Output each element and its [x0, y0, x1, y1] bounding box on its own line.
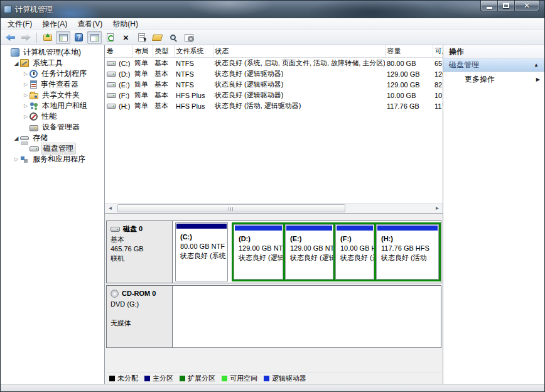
local-users-icon [30, 102, 38, 110]
maximize-button[interactable] [497, 1, 515, 11]
help-button[interactable]: ? [72, 31, 86, 44]
status-cell: 状态良好 (逻辑驱动器) [213, 90, 385, 101]
column-header-4[interactable]: 状态 [213, 45, 385, 58]
find-button[interactable] [166, 31, 180, 44]
minimize-button[interactable] [480, 1, 498, 11]
open-folder-button[interactable] [150, 31, 165, 44]
tree-item-disk-management[interactable]: 磁盘管理 [2, 143, 104, 154]
menu-item-2[interactable]: 查看(V) [72, 18, 107, 31]
partition-legend: 未分配主分区扩展分区可用空间逻辑驱动器 [106, 373, 441, 384]
scrollbar-track[interactable] [116, 204, 432, 213]
scroll-left-button[interactable]: ◄ [105, 204, 116, 213]
status-cell: 状态良好 (系统, 启动, 页面文件, 活动, 故障转储, 主分区) [213, 58, 385, 69]
volume-row-F[interactable]: (F:)简单基本HFS Plus状态良好 (逻辑驱动器)10.00 GB10.0 [105, 90, 443, 101]
partition-block-C[interactable]: (C:)80.00 GB NTF状态良好 (系统 [175, 222, 228, 281]
menu-item-1[interactable]: 操作(A) [37, 18, 72, 31]
capacity-cell: 129.00 GB [385, 79, 433, 90]
primary-partition-stripe [176, 224, 227, 229]
expander-collapsed-icon[interactable]: ▷ [22, 103, 30, 109]
system-tools-icon [20, 59, 29, 67]
expander-collapsed-icon[interactable]: ▷ [22, 71, 30, 77]
actions-section-disk-management[interactable]: 磁盘管理 ▲ [443, 58, 544, 72]
expander-collapsed-icon[interactable]: ▷ [22, 92, 30, 98]
partition-status: 状态良好 (逻辑 [290, 253, 331, 263]
column-header-3[interactable]: 文件系统 [174, 45, 213, 58]
tree-item-event-viewer[interactable]: ▷事件查看器 [2, 79, 104, 90]
partition-block-E[interactable]: (E:)129.00 GB NTF状态良好 (逻辑 [285, 224, 333, 280]
tree-item-task-scheduler[interactable]: ▷任务计划程序 [2, 68, 104, 79]
disk0-info[interactable]: 磁盘 0 基本 465.76 GB 联机 [107, 221, 173, 283]
menu-item-3[interactable]: 帮助(H) [107, 18, 143, 31]
cdrom-empty-area [173, 286, 441, 347]
action-pane-button[interactable] [87, 31, 102, 44]
close-button[interactable]: ✕ [514, 1, 539, 11]
partition-block-H[interactable]: (H:)117.76 GB HFS状态良好 (活动 [376, 224, 439, 280]
tree-item-device-manager[interactable]: 设备管理器 [2, 122, 104, 133]
forward-button[interactable] [19, 31, 33, 44]
tree-item-services-apps[interactable]: ▷服务和应用程序 [2, 154, 104, 165]
tree-item-label: 磁盘管理 [41, 143, 76, 155]
partition-drive-letter: (F:) [340, 234, 372, 244]
volume-row-D[interactable]: (D:)简单基本NTFS状态良好 (逻辑驱动器)129.00 GB120. [105, 68, 443, 79]
expander-expanded-icon[interactable]: ◢ [13, 60, 20, 67]
column-header-5[interactable]: 容量 [385, 45, 433, 58]
up-folder-icon [43, 35, 52, 41]
scroll-right-button[interactable]: ► [432, 204, 443, 213]
window-title: 计算机管理 [15, 4, 53, 15]
console-tree-button[interactable] [56, 31, 70, 44]
window-bottom-border [1, 384, 544, 391]
delete-icon: × [123, 33, 129, 42]
scrollbar-thumb[interactable] [117, 204, 345, 212]
free-cell: 120. [433, 68, 443, 79]
volume-row-H[interactable]: (H:)简单基本HFS Plus状态良好 (活动, 逻辑驱动器)117.76 G… [105, 101, 443, 111]
partition-size-fs: 80.00 GB NTF [180, 242, 225, 251]
delete-button[interactable]: × [119, 31, 133, 44]
tree-item-local-users[interactable]: ▷本地用户和组 [2, 101, 104, 111]
partition-status: 状态良好 (逻 [340, 253, 372, 263]
column-header-0[interactable]: 卷 [105, 45, 132, 58]
up-folder-button[interactable] [40, 31, 55, 44]
properties-button[interactable] [134, 31, 149, 44]
status-cell: 状态良好 (逻辑驱动器) [213, 79, 385, 90]
tree-item-label: 本地用户和组 [40, 101, 89, 111]
menu-item-0[interactable]: 文件(F) [3, 18, 37, 31]
snapin-settings-button[interactable] [181, 31, 196, 44]
partition-drive-letter: (H:) [381, 234, 436, 244]
column-header-6[interactable]: 可用 [433, 45, 443, 58]
expander-collapsed-icon[interactable]: ▷ [13, 156, 20, 162]
tree-item-performance[interactable]: ▷性能 [2, 111, 104, 122]
volume-name: (D:) [119, 70, 130, 78]
tree-item-storage[interactable]: ◢存储 [2, 133, 104, 143]
capacity-cell: 10.00 GB [385, 90, 433, 101]
legend-label: 扩展分区 [188, 374, 215, 383]
shared-folders-icon [30, 93, 38, 99]
partition-status: 状态良好 (系统 [180, 251, 225, 261]
column-header-2[interactable]: 类型 [153, 45, 174, 58]
partition-block-F[interactable]: (F:)10.00 GB H状态良好 (逻 [335, 224, 374, 280]
partition-block-D[interactable]: (D:)129.00 GB NT状态良好 (逻辑 [234, 224, 283, 280]
disk0-row: 磁盘 0 基本 465.76 GB 联机 (C:)80.00 GB NTF状态良… [106, 220, 441, 283]
tree-item-computer[interactable]: 计算机管理(本地) [2, 47, 104, 58]
column-header-1[interactable]: 布局 [132, 45, 153, 58]
refresh-button[interactable] [103, 31, 117, 44]
tree-item-shared-folders[interactable]: ▷共享文件夹 [2, 90, 104, 101]
submenu-arrow-icon: ▶ [536, 77, 540, 82]
back-button[interactable] [3, 31, 18, 44]
volume-row-E[interactable]: (E:)简单基本NTFS状态良好 (逻辑驱动器)129.00 GB82.0 [105, 79, 443, 90]
cdrom-name: CD-ROM 0 [122, 289, 156, 298]
expander-expanded-icon[interactable]: ◢ [13, 135, 20, 141]
more-actions-item[interactable]: 更多操作 ▶ [443, 72, 544, 87]
volume-icon [107, 61, 116, 66]
expander-collapsed-icon[interactable]: ▷ [22, 82, 30, 87]
cdrom-info[interactable]: CD-ROM 0 DVD (G:) 无媒体 [107, 286, 173, 347]
tree-item-system-tools[interactable]: ◢系统工具 [2, 58, 104, 68]
horizontal-scrollbar[interactable]: ◄ ► [105, 203, 443, 213]
computer-icon [11, 48, 19, 57]
open-folder-icon [152, 35, 163, 41]
volume-row-C[interactable]: (C:)简单基本NTFS状态良好 (系统, 启动, 页面文件, 活动, 故障转储… [105, 58, 443, 69]
collapse-arrow-icon[interactable]: ▲ [534, 62, 539, 68]
graphical-view-filler [106, 350, 441, 373]
title-bar: 计算机管理 ✕ [1, 1, 544, 18]
status-cell: 状态良好 (活动, 逻辑驱动器) [213, 101, 385, 111]
expander-collapsed-icon[interactable]: ▷ [22, 114, 30, 119]
